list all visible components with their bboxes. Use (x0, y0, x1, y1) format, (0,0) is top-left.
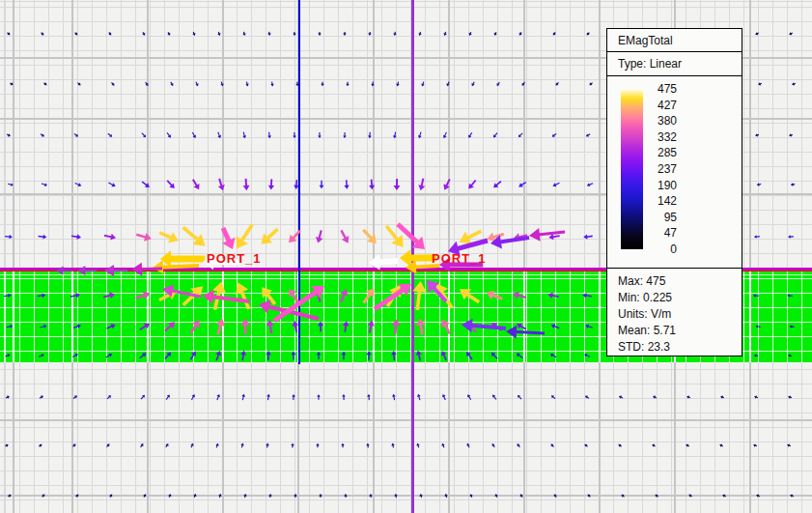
colorbar-tick-label: 47 (615, 225, 677, 241)
colorbar-tick-label: 332 (615, 129, 677, 145)
field-legend-panel[interactable]: EMagTotal Type: Linear 47542738033228523… (606, 28, 742, 356)
field-plot-view[interactable]: PORT_1PORT_1 EMagTotal Type: Linear 4754… (0, 0, 812, 513)
stat-line: STD: 23.3 (618, 339, 736, 356)
colorbar-tick-label: 427 (615, 98, 677, 113)
colorbar-tick-label: 95 (615, 210, 677, 225)
legend-statistics: Max: 475Min: 0.225Units: V/mMean: 5.71ST… (607, 269, 742, 356)
colorbar-tick-label: 142 (615, 193, 677, 209)
colorbar-tick-label: 475 (615, 81, 677, 97)
colorbar-tick-label: 190 (615, 178, 677, 193)
legend-scale-type: Type: Linear (607, 52, 742, 76)
colorbar-tick-label: 285 (615, 145, 677, 160)
colorbar-tick-label: 237 (615, 161, 677, 177)
stat-line: Max: 475 (618, 273, 736, 290)
stat-line: Mean: 5.71 (618, 323, 736, 339)
stat-line: Units: V/m (618, 306, 736, 323)
port-label: PORT_1 (432, 252, 487, 265)
legend-title: EMagTotal (607, 29, 742, 52)
legend-color-scale: 47542738033228523719014295470 (607, 76, 742, 269)
colorbar-tick-label: 0 (615, 242, 677, 257)
colorbar-tick-labels: 47542738033228523719014295470 (615, 81, 677, 257)
stat-line: Min: 0.225 (618, 290, 736, 306)
colorbar-tick-label: 380 (615, 113, 677, 128)
port-label: PORT_1 (207, 252, 262, 265)
